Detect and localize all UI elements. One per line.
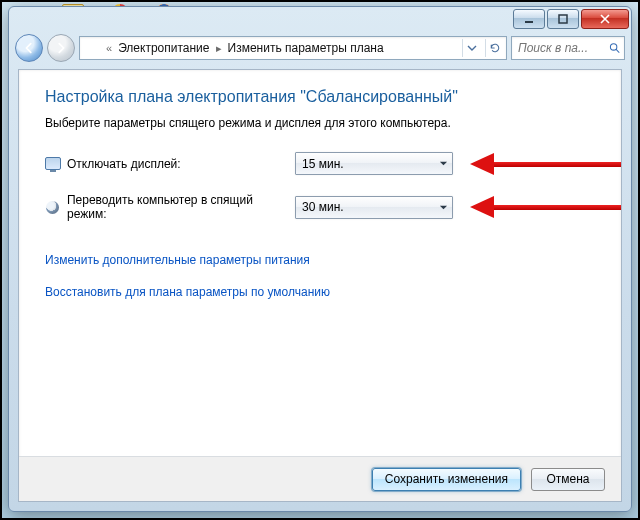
- page-subtitle: Выберите параметры спящего режима и дисп…: [45, 116, 595, 130]
- chevron-double-left-icon: «: [104, 42, 114, 54]
- address-dropdown-button[interactable]: [462, 39, 481, 57]
- display-off-label: Отключать дисплей:: [67, 157, 181, 171]
- advanced-settings-link[interactable]: Изменить дополнительные параметры питани…: [45, 253, 310, 267]
- refresh-button[interactable]: [485, 39, 504, 57]
- save-button[interactable]: Сохранить изменения: [372, 468, 521, 491]
- chevron-down-icon: [467, 43, 477, 53]
- restore-defaults-link[interactable]: Восстановить для плана параметры по умол…: [45, 285, 330, 299]
- breadcrumb-parent[interactable]: Электропитание: [118, 41, 209, 55]
- sleep-label: Переводить компьютер в спящий режим:: [67, 193, 295, 221]
- close-button[interactable]: [581, 9, 629, 29]
- setting-row-display: Отключать дисплей: 15 мин.: [45, 152, 595, 175]
- svg-line-3: [616, 49, 619, 52]
- svg-rect-0: [525, 21, 533, 23]
- display-off-dropdown[interactable]: 15 мин.: [295, 152, 453, 175]
- maximize-icon: [558, 14, 568, 24]
- page-title: Настройка плана электропитания "Сбаланси…: [45, 88, 595, 106]
- content-panel: Настройка плана электропитания "Сбаланси…: [18, 69, 622, 502]
- footer-bar: Сохранить изменения Отмена: [19, 456, 621, 501]
- cancel-button[interactable]: Отмена: [531, 468, 605, 491]
- chevron-down-icon: [434, 153, 452, 174]
- arrow-right-icon: [54, 41, 68, 55]
- search-box[interactable]: [511, 36, 625, 60]
- power-options-icon: [84, 40, 100, 56]
- display-off-value: 15 мин.: [302, 157, 434, 171]
- titlebar: [9, 7, 631, 31]
- navigation-bar: « Электропитание ▸ Изменить параметры пл…: [9, 31, 631, 65]
- address-bar[interactable]: « Электропитание ▸ Изменить параметры пл…: [79, 36, 507, 60]
- moon-icon: [45, 199, 61, 215]
- explorer-window: « Электропитание ▸ Изменить параметры пл…: [8, 6, 632, 512]
- close-icon: [600, 14, 610, 24]
- svg-rect-1: [559, 15, 567, 23]
- back-button[interactable]: [15, 34, 43, 62]
- desktop-background: « Электропитание ▸ Изменить параметры пл…: [0, 0, 640, 520]
- chevron-down-icon: [434, 197, 452, 218]
- minimize-button[interactable]: [513, 9, 545, 29]
- search-icon: [609, 41, 620, 55]
- sleep-dropdown[interactable]: 30 мин.: [295, 196, 453, 219]
- chevron-right-icon: ▸: [214, 42, 224, 55]
- search-input[interactable]: [516, 40, 605, 56]
- sleep-value: 30 мин.: [302, 200, 434, 214]
- breadcrumb-current[interactable]: Изменить параметры плана: [228, 41, 384, 55]
- annotation-arrow: [470, 197, 621, 217]
- minimize-icon: [524, 14, 534, 24]
- maximize-button[interactable]: [547, 9, 579, 29]
- links-block: Изменить дополнительные параметры питани…: [45, 245, 595, 299]
- annotation-arrow: [470, 154, 621, 174]
- content-inner: Настройка плана электропитания "Сбаланси…: [19, 70, 621, 456]
- forward-button[interactable]: [47, 34, 75, 62]
- monitor-icon: [45, 156, 61, 172]
- setting-row-sleep: Переводить компьютер в спящий режим: 30 …: [45, 193, 595, 221]
- arrow-left-icon: [22, 41, 36, 55]
- refresh-icon: [489, 42, 501, 54]
